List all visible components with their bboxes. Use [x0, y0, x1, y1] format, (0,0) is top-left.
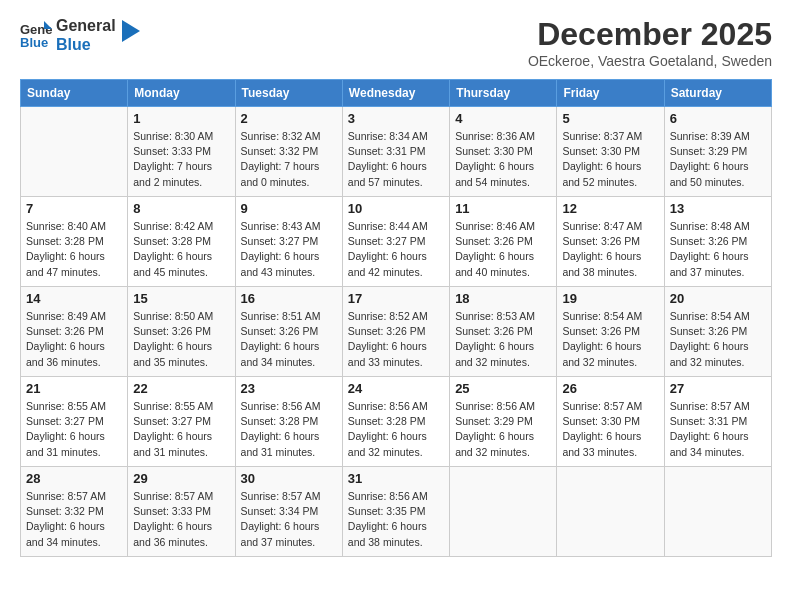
day-cell: 2Sunrise: 8:32 AMSunset: 3:32 PMDaylight… [235, 107, 342, 197]
day-number: 20 [670, 291, 766, 306]
day-number: 28 [26, 471, 122, 486]
day-number: 30 [241, 471, 337, 486]
day-number: 3 [348, 111, 444, 126]
day-info: Sunrise: 8:57 AMSunset: 3:32 PMDaylight:… [26, 489, 122, 550]
day-cell: 28Sunrise: 8:57 AMSunset: 3:32 PMDayligh… [21, 467, 128, 557]
header-cell-monday: Monday [128, 80, 235, 107]
day-info: Sunrise: 8:42 AMSunset: 3:28 PMDaylight:… [133, 219, 229, 280]
day-cell: 23Sunrise: 8:56 AMSunset: 3:28 PMDayligh… [235, 377, 342, 467]
day-info: Sunrise: 8:37 AMSunset: 3:30 PMDaylight:… [562, 129, 658, 190]
day-info: Sunrise: 8:57 AMSunset: 3:34 PMDaylight:… [241, 489, 337, 550]
day-cell [664, 467, 771, 557]
day-cell: 31Sunrise: 8:56 AMSunset: 3:35 PMDayligh… [342, 467, 449, 557]
logo-arrow-icon [122, 20, 140, 42]
week-row-3: 14Sunrise: 8:49 AMSunset: 3:26 PMDayligh… [21, 287, 772, 377]
day-cell: 13Sunrise: 8:48 AMSunset: 3:26 PMDayligh… [664, 197, 771, 287]
header-cell-thursday: Thursday [450, 80, 557, 107]
logo-general-text: General [56, 16, 116, 35]
day-info: Sunrise: 8:43 AMSunset: 3:27 PMDaylight:… [241, 219, 337, 280]
day-number: 2 [241, 111, 337, 126]
day-number: 8 [133, 201, 229, 216]
header-row: SundayMondayTuesdayWednesdayThursdayFrid… [21, 80, 772, 107]
day-cell: 12Sunrise: 8:47 AMSunset: 3:26 PMDayligh… [557, 197, 664, 287]
svg-text:Blue: Blue [20, 35, 48, 49]
month-title: December 2025 [528, 16, 772, 53]
day-number: 5 [562, 111, 658, 126]
day-info: Sunrise: 8:36 AMSunset: 3:30 PMDaylight:… [455, 129, 551, 190]
title-block: December 2025 OEckeroe, Vaestra Goetalan… [528, 16, 772, 69]
logo-icon: General Blue [20, 21, 52, 49]
day-info: Sunrise: 8:54 AMSunset: 3:26 PMDaylight:… [670, 309, 766, 370]
day-number: 11 [455, 201, 551, 216]
day-number: 1 [133, 111, 229, 126]
logo: General Blue General Blue [20, 16, 140, 54]
day-info: Sunrise: 8:53 AMSunset: 3:26 PMDaylight:… [455, 309, 551, 370]
day-info: Sunrise: 8:50 AMSunset: 3:26 PMDaylight:… [133, 309, 229, 370]
day-number: 10 [348, 201, 444, 216]
day-info: Sunrise: 8:48 AMSunset: 3:26 PMDaylight:… [670, 219, 766, 280]
day-number: 29 [133, 471, 229, 486]
day-info: Sunrise: 8:49 AMSunset: 3:26 PMDaylight:… [26, 309, 122, 370]
day-cell: 6Sunrise: 8:39 AMSunset: 3:29 PMDaylight… [664, 107, 771, 197]
calendar-body: 1Sunrise: 8:30 AMSunset: 3:33 PMDaylight… [21, 107, 772, 557]
day-cell: 4Sunrise: 8:36 AMSunset: 3:30 PMDaylight… [450, 107, 557, 197]
day-number: 4 [455, 111, 551, 126]
day-info: Sunrise: 8:56 AMSunset: 3:28 PMDaylight:… [241, 399, 337, 460]
day-cell [450, 467, 557, 557]
day-info: Sunrise: 8:32 AMSunset: 3:32 PMDaylight:… [241, 129, 337, 190]
day-cell: 9Sunrise: 8:43 AMSunset: 3:27 PMDaylight… [235, 197, 342, 287]
week-row-5: 28Sunrise: 8:57 AMSunset: 3:32 PMDayligh… [21, 467, 772, 557]
day-number: 16 [241, 291, 337, 306]
day-info: Sunrise: 8:47 AMSunset: 3:26 PMDaylight:… [562, 219, 658, 280]
day-number: 23 [241, 381, 337, 396]
day-number: 24 [348, 381, 444, 396]
day-number: 7 [26, 201, 122, 216]
day-number: 15 [133, 291, 229, 306]
day-cell: 24Sunrise: 8:56 AMSunset: 3:28 PMDayligh… [342, 377, 449, 467]
day-number: 21 [26, 381, 122, 396]
day-number: 17 [348, 291, 444, 306]
day-number: 27 [670, 381, 766, 396]
day-info: Sunrise: 8:30 AMSunset: 3:33 PMDaylight:… [133, 129, 229, 190]
day-cell: 8Sunrise: 8:42 AMSunset: 3:28 PMDaylight… [128, 197, 235, 287]
day-number: 25 [455, 381, 551, 396]
day-cell [21, 107, 128, 197]
day-number: 12 [562, 201, 658, 216]
day-cell: 21Sunrise: 8:55 AMSunset: 3:27 PMDayligh… [21, 377, 128, 467]
day-cell: 29Sunrise: 8:57 AMSunset: 3:33 PMDayligh… [128, 467, 235, 557]
logo-blue-text: Blue [56, 35, 116, 54]
day-info: Sunrise: 8:57 AMSunset: 3:30 PMDaylight:… [562, 399, 658, 460]
day-number: 6 [670, 111, 766, 126]
day-cell: 3Sunrise: 8:34 AMSunset: 3:31 PMDaylight… [342, 107, 449, 197]
header-cell-tuesday: Tuesday [235, 80, 342, 107]
day-number: 9 [241, 201, 337, 216]
day-cell: 20Sunrise: 8:54 AMSunset: 3:26 PMDayligh… [664, 287, 771, 377]
day-number: 13 [670, 201, 766, 216]
day-info: Sunrise: 8:44 AMSunset: 3:27 PMDaylight:… [348, 219, 444, 280]
day-cell: 5Sunrise: 8:37 AMSunset: 3:30 PMDaylight… [557, 107, 664, 197]
day-cell [557, 467, 664, 557]
header-cell-sunday: Sunday [21, 80, 128, 107]
svg-marker-3 [122, 20, 140, 42]
week-row-1: 1Sunrise: 8:30 AMSunset: 3:33 PMDaylight… [21, 107, 772, 197]
day-cell: 11Sunrise: 8:46 AMSunset: 3:26 PMDayligh… [450, 197, 557, 287]
day-cell: 14Sunrise: 8:49 AMSunset: 3:26 PMDayligh… [21, 287, 128, 377]
day-info: Sunrise: 8:55 AMSunset: 3:27 PMDaylight:… [26, 399, 122, 460]
page-header: General Blue General Blue December 2025 … [20, 16, 772, 69]
day-cell: 25Sunrise: 8:56 AMSunset: 3:29 PMDayligh… [450, 377, 557, 467]
week-row-2: 7Sunrise: 8:40 AMSunset: 3:28 PMDaylight… [21, 197, 772, 287]
day-info: Sunrise: 8:54 AMSunset: 3:26 PMDaylight:… [562, 309, 658, 370]
day-number: 18 [455, 291, 551, 306]
day-cell: 10Sunrise: 8:44 AMSunset: 3:27 PMDayligh… [342, 197, 449, 287]
header-cell-saturday: Saturday [664, 80, 771, 107]
calendar-table: SundayMondayTuesdayWednesdayThursdayFrid… [20, 79, 772, 557]
day-info: Sunrise: 8:51 AMSunset: 3:26 PMDaylight:… [241, 309, 337, 370]
day-cell: 1Sunrise: 8:30 AMSunset: 3:33 PMDaylight… [128, 107, 235, 197]
day-info: Sunrise: 8:52 AMSunset: 3:26 PMDaylight:… [348, 309, 444, 370]
day-info: Sunrise: 8:56 AMSunset: 3:28 PMDaylight:… [348, 399, 444, 460]
day-info: Sunrise: 8:34 AMSunset: 3:31 PMDaylight:… [348, 129, 444, 190]
day-cell: 19Sunrise: 8:54 AMSunset: 3:26 PMDayligh… [557, 287, 664, 377]
week-row-4: 21Sunrise: 8:55 AMSunset: 3:27 PMDayligh… [21, 377, 772, 467]
calendar-header: SundayMondayTuesdayWednesdayThursdayFrid… [21, 80, 772, 107]
day-info: Sunrise: 8:55 AMSunset: 3:27 PMDaylight:… [133, 399, 229, 460]
